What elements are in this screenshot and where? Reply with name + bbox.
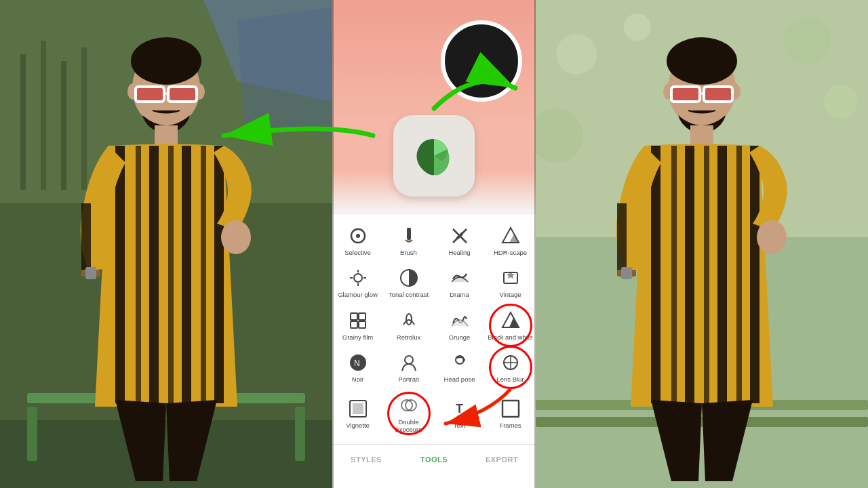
- svg-rect-54: [685, 146, 694, 403]
- grunge-icon: [449, 310, 471, 331]
- retrolux-icon: [398, 310, 420, 331]
- tool-lens-blur[interactable]: Lens Blur: [485, 346, 536, 388]
- tool-hdr-scape[interactable]: HDR-scape: [485, 220, 536, 262]
- svg-rect-65: [407, 228, 411, 240]
- grunge-label: Grunge: [449, 333, 471, 341]
- svg-rect-99: [502, 401, 519, 417]
- tool-noir[interactable]: N Noir: [332, 346, 383, 388]
- black-white-label: Black and white: [488, 333, 533, 341]
- svg-rect-27: [201, 146, 206, 403]
- drama-label: Drama: [450, 291, 469, 298]
- svg-rect-81: [351, 321, 357, 328]
- svg-point-64: [356, 234, 360, 238]
- tool-selective[interactable]: Selective: [332, 220, 383, 262]
- tool-frames[interactable]: Frames: [485, 389, 536, 439]
- vintage-label: Vintage: [499, 291, 521, 298]
- svg-rect-11: [295, 407, 305, 461]
- frames-icon: [500, 398, 521, 420]
- text-icon: T: [449, 398, 471, 420]
- svg-rect-26: [182, 146, 191, 403]
- svg-rect-57: [736, 146, 742, 403]
- center-panel: Selective Brush Healing HDR-scape Glamou…: [332, 0, 536, 488]
- svg-point-37: [783, 17, 831, 64]
- tool-black-white[interactable]: Black and white: [485, 304, 536, 346]
- svg-rect-55: [704, 146, 709, 403]
- left-divider: [332, 0, 334, 488]
- right-divider: [534, 0, 536, 488]
- healing-icon: [449, 225, 471, 247]
- tool-vintage[interactable]: Vintage: [485, 262, 536, 304]
- grainy-film-label: Grainy film: [342, 333, 373, 341]
- black-white-icon: [500, 310, 521, 331]
- svg-point-38: [824, 85, 858, 119]
- selective-icon: [347, 225, 369, 247]
- svg-rect-21: [155, 125, 178, 146]
- svg-point-71: [354, 274, 362, 282]
- svg-rect-3: [41, 41, 46, 190]
- tool-head-pose[interactable]: Head pose: [434, 346, 485, 388]
- tool-drama[interactable]: Drama: [434, 262, 485, 304]
- svg-rect-82: [359, 321, 366, 328]
- svg-rect-32: [85, 267, 96, 279]
- svg-rect-25: [168, 146, 174, 403]
- portrait-icon: [398, 352, 420, 373]
- glamour-glow-icon: [347, 267, 369, 289]
- svg-rect-23: [136, 146, 141, 403]
- tool-grainy-film[interactable]: Grainy film: [332, 304, 383, 346]
- svg-point-30: [221, 220, 251, 254]
- before-photo: [0, 0, 332, 488]
- top-area: [332, 0, 536, 214]
- svg-rect-19: [170, 88, 195, 100]
- nav-export[interactable]: EXPORT: [468, 445, 536, 474]
- tool-brush[interactable]: Brush: [383, 220, 434, 262]
- nav-tools[interactable]: TOOLS: [400, 445, 468, 474]
- svg-rect-29: [81, 203, 91, 271]
- svg-rect-79: [351, 313, 357, 320]
- noir-label: Noir: [352, 375, 363, 383]
- svg-point-36: [624, 14, 651, 41]
- svg-rect-22: [115, 146, 125, 403]
- grainy-film-icon: [347, 310, 369, 331]
- tool-grunge[interactable]: Grunge: [434, 304, 485, 346]
- svg-rect-59: [617, 203, 627, 271]
- svg-rect-56: [717, 146, 727, 403]
- svg-rect-52: [651, 146, 660, 403]
- svg-rect-18: [137, 88, 163, 100]
- hdr-scape-icon: [500, 225, 521, 247]
- svg-marker-85: [509, 318, 519, 327]
- svg-rect-62: [621, 267, 632, 279]
- svg-text:T: T: [456, 402, 463, 415]
- portrait-label: Portrait: [398, 375, 419, 383]
- tool-tonal-contrast[interactable]: Tonal contrast: [383, 262, 434, 304]
- after-photo: [536, 0, 868, 488]
- lens-blur-icon: [500, 352, 521, 373]
- tool-glamour-glow[interactable]: Glamour glow: [332, 262, 383, 304]
- tool-retrolux[interactable]: Retrolux: [383, 304, 434, 346]
- tonal-contrast-label: Tonal contrast: [389, 291, 429, 298]
- svg-point-96: [401, 400, 412, 411]
- svg-rect-24: [149, 146, 159, 403]
- tool-portrait[interactable]: Portrait: [383, 346, 434, 388]
- tool-text[interactable]: T Text: [434, 389, 485, 439]
- brush-icon: [398, 225, 420, 247]
- brush-label: Brush: [400, 249, 417, 256]
- double-exposure-label: Double Exposure: [386, 418, 431, 434]
- tool-healing[interactable]: Healing: [434, 220, 485, 262]
- svg-point-35: [556, 34, 597, 75]
- svg-rect-10: [27, 407, 37, 461]
- svg-point-97: [406, 400, 416, 411]
- svg-rect-49: [705, 88, 731, 100]
- tool-vignette[interactable]: Vignette: [332, 389, 383, 439]
- vignette-label: Vignette: [346, 422, 370, 429]
- svg-rect-28: [214, 146, 224, 403]
- head-pose-icon: [449, 352, 471, 373]
- svg-rect-48: [673, 88, 698, 100]
- nav-styles[interactable]: STYLES: [332, 445, 400, 474]
- svg-rect-8: [0, 420, 332, 488]
- svg-rect-58: [750, 146, 760, 403]
- healing-label: Healing: [448, 249, 470, 256]
- svg-marker-84: [502, 312, 519, 327]
- tool-double-exposure[interactable]: Double Exposure: [383, 389, 434, 439]
- svg-marker-7: [237, 7, 332, 136]
- tonal-contrast-icon: [398, 267, 420, 289]
